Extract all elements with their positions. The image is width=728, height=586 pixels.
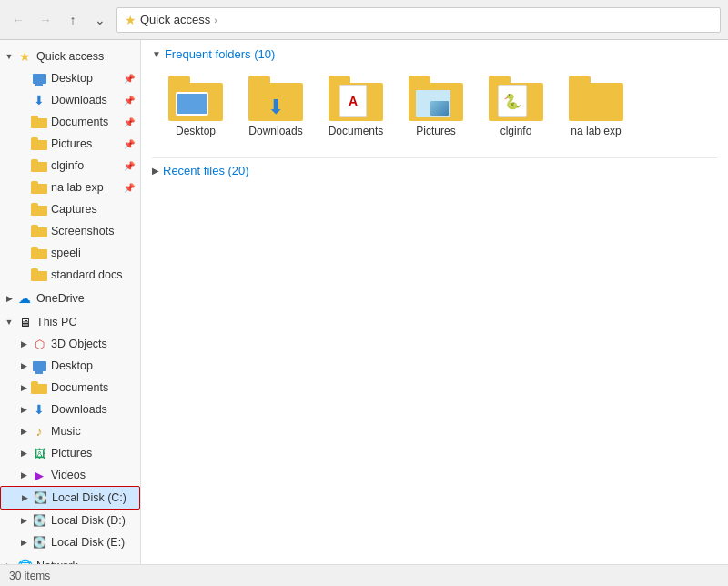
folder-pictures-icon <box>409 76 463 121</box>
locale-expand-icon <box>16 538 31 547</box>
titlebar: ← → ↑ ⌄ ★ Quick access › <box>0 0 728 40</box>
pictures-pc-expand-icon <box>16 449 31 458</box>
sidebar-item-nalab-qa[interactable]: na lab exp 📌 <box>0 177 140 198</box>
sidebar-item-locale[interactable]: 💽 Local Disk (E:) <box>0 531 140 553</box>
sidebar-item-clginfo-qa[interactable]: clginfo 📌 <box>0 155 140 177</box>
folder-item-clginfo[interactable]: 🐍 clginfo <box>480 70 552 143</box>
sidebar-item-documents-pc[interactable]: Documents <box>0 377 140 399</box>
music-expand-icon <box>16 427 31 436</box>
sidebar-item-desktop-pc[interactable]: Desktop <box>0 355 140 377</box>
sidebar-pictures-pc-label: Pictures <box>51 447 136 460</box>
sidebar-item-videos-pc[interactable]: ▶ Videos <box>0 464 140 486</box>
folder-doc-a-icon: A <box>339 85 367 117</box>
speeli-qa-icon <box>31 245 47 261</box>
folder-downloads-icon: ⬇ <box>248 76 303 121</box>
pin-icon-dl: 📌 <box>124 96 136 106</box>
sidebar-item-pictures-qa[interactable]: Pictures 📌 <box>0 133 140 155</box>
pictures-qa-icon <box>31 136 47 152</box>
sidebar-standarddocs-label: standard docs <box>51 268 136 281</box>
locald-icon: 💽 <box>31 512 47 529</box>
documents-qa-icon <box>31 114 47 130</box>
quick-access-label: Quick access <box>36 50 136 63</box>
frequent-folders-header[interactable]: ▼ Frequent folders (10) <box>152 47 717 61</box>
folder-item-nalab[interactable]: na lab exp <box>560 70 632 143</box>
sidebar-item-screenshots-qa[interactable]: Screenshots <box>0 220 140 242</box>
thispc-expand-icon <box>2 318 16 327</box>
downloads-pc-expand-icon <box>16 405 31 414</box>
sidebar-item-thispc[interactable]: 🖥 This PC <box>0 311 140 333</box>
folder-documents-name: Documents <box>329 125 384 137</box>
frequent-chevron-icon: ▼ <box>152 49 161 59</box>
sidebar-nalab-qa-label: na lab exp <box>51 181 122 194</box>
standarddocs-qa-icon <box>31 267 47 283</box>
folder-item-desktop[interactable]: Desktop <box>159 70 232 143</box>
address-text: Quick access <box>140 13 210 26</box>
sidebar-downloads-pc-label: Downloads <box>51 403 136 416</box>
pin-icon-nalab: 📌 <box>124 183 136 193</box>
quick-access-expand-icon <box>2 52 16 61</box>
recent-files-title: Recent files (20) <box>163 164 249 177</box>
downloads-qa-icon: ⬇ <box>31 92 47 108</box>
thispc-icon: 🖥 <box>16 314 33 330</box>
sidebar-locald-label: Local Disk (D:) <box>51 514 136 527</box>
section-divider <box>152 157 717 158</box>
folder-clg-python-icon: 🐍 <box>498 85 527 117</box>
folder-item-downloads[interactable]: ⬇ Downloads <box>239 70 312 143</box>
3dobjects-icon: ⬡ <box>31 336 47 352</box>
videos-pc-icon: ▶ <box>31 467 47 483</box>
network-section: 🌐 Network <box>0 555 140 564</box>
sidebar-desktop-pc-label: Desktop <box>51 359 136 372</box>
sidebar-item-pictures-pc[interactable]: 🖼 Pictures <box>0 442 140 464</box>
forward-button[interactable]: → <box>35 9 56 31</box>
sidebar-item-standarddocs-qa[interactable]: standard docs <box>0 264 140 286</box>
sidebar-item-documents-qa[interactable]: Documents 📌 <box>0 111 140 133</box>
sidebar-item-onedrive[interactable]: ☁ OneDrive <box>0 288 140 309</box>
sidebar-item-downloads-qa[interactable]: ⬇ Downloads 📌 <box>0 89 140 111</box>
sidebar-item-music-pc[interactable]: ♪ Music <box>0 420 140 442</box>
sidebar-item-speeli-qa[interactable]: speeli <box>0 242 140 264</box>
address-bar[interactable]: ★ Quick access › <box>116 7 721 33</box>
nalab-qa-icon <box>31 179 47 196</box>
recent-locations-button[interactable]: ⌄ <box>89 9 111 31</box>
desktop-pc-expand-icon <box>16 361 31 370</box>
folder-nalab-icon <box>569 76 623 121</box>
statusbar-text: 30 items <box>9 570 50 582</box>
up-button[interactable]: ↑ <box>62 9 84 31</box>
onedrive-icon: ☁ <box>16 290 33 307</box>
music-pc-icon: ♪ <box>31 423 47 440</box>
folder-download-arrow-icon: ⬇ <box>268 97 284 117</box>
folder-item-pictures[interactable]: Pictures <box>399 70 472 143</box>
sidebar-item-downloads-pc[interactable]: ⬇ Downloads <box>0 399 140 420</box>
sidebar-item-captures-qa[interactable]: Captures <box>0 198 140 220</box>
sidebar-item-quick-access[interactable]: ★ Quick access <box>0 45 140 67</box>
folder-item-documents[interactable]: A Documents <box>319 70 392 143</box>
sidebar-locale-label: Local Disk (E:) <box>51 536 136 549</box>
sidebar-item-desktop-qa[interactable]: Desktop 📌 <box>0 67 140 89</box>
documents-pc-expand-icon <box>16 383 31 392</box>
sidebar-documents-pc-label: Documents <box>51 381 136 394</box>
sidebar-localc-label: Local Disk (C:) <box>52 491 136 504</box>
sidebar-item-network[interactable]: 🌐 Network <box>0 555 140 564</box>
sidebar-item-3dobjects[interactable]: ⬡ 3D Objects <box>0 333 140 355</box>
statusbar: 30 items <box>0 564 728 586</box>
folder-desktop-icon <box>168 76 223 121</box>
sidebar-downloads-qa-label: Downloads <box>51 94 122 106</box>
sidebar-videos-label: Videos <box>51 469 136 481</box>
pin-icon: 📌 <box>124 74 136 84</box>
quick-access-section: ★ Quick access Desktop 📌 ⬇ Downloads 📌 <box>0 45 140 286</box>
sidebar-item-locald[interactable]: 💽 Local Disk (D:) <box>0 510 140 531</box>
frequent-folders-title: Frequent folders (10) <box>165 47 275 61</box>
back-button[interactable]: ← <box>7 9 29 31</box>
folder-pictures-name: Pictures <box>416 125 455 137</box>
content-area: ▼ Frequent folders (10) Desktop ⬇ <box>141 40 728 564</box>
recent-chevron-icon: ▶ <box>152 166 159 176</box>
clginfo-qa-icon <box>31 157 47 174</box>
onedrive-section: ☁ OneDrive <box>0 288 140 309</box>
sidebar-pictures-qa-label: Pictures <box>51 137 122 150</box>
pin-icon-doc: 📌 <box>124 117 136 127</box>
address-chevron-icon: › <box>214 15 217 25</box>
network-icon: 🌐 <box>16 558 33 564</box>
folder-documents-icon: A <box>329 76 383 121</box>
sidebar-item-localc[interactable]: 💽 Local Disk (C:) <box>0 486 140 510</box>
recent-files-header[interactable]: ▶ Recent files (20) <box>152 164 717 177</box>
